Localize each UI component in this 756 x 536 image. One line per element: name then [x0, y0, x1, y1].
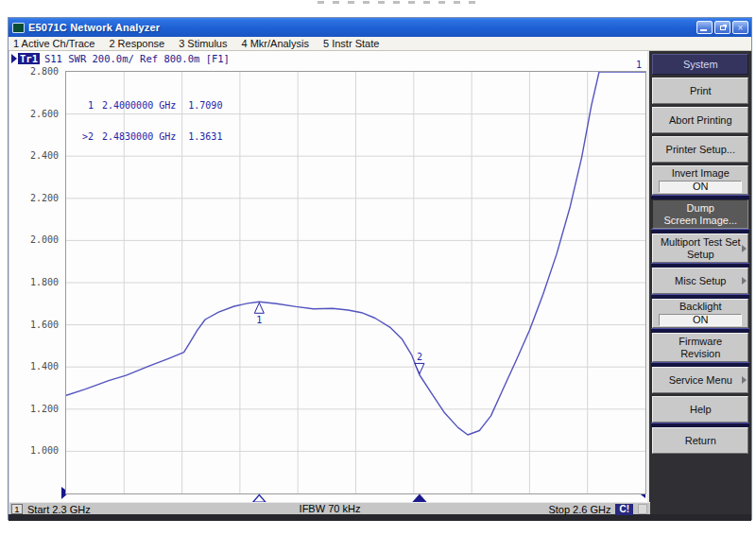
svg-text:1: 1 — [256, 315, 262, 325]
trace-descriptor: S11 SWR 200.0m/ Ref 800.0m [F1] — [44, 53, 230, 64]
menu-item-3[interactable]: 3 Stimulus — [179, 38, 227, 49]
status-end-chip — [638, 504, 647, 514]
cal-status-badge: C! — [615, 504, 633, 515]
app-icon — [12, 23, 25, 33]
trace-number-label: 1 — [636, 60, 642, 70]
softkey-misc-setup[interactable]: Misc Setup — [652, 268, 748, 294]
softkey-sidebar: System PrintAbort PrintingPrinter Setup.… — [647, 51, 751, 514]
y-axis-label: 1.200 — [30, 404, 59, 414]
cropped-text-artifact — [318, 1, 480, 4]
softkey-backlight[interactable]: BacklightON — [652, 299, 748, 328]
y-axis-labels: 2.8002.6002.4002.2002.0001.8001.6001.400… — [9, 51, 61, 514]
softkey-return[interactable]: Return — [652, 427, 748, 454]
submenu-arrow-icon — [742, 245, 747, 252]
y-axis-label: 1.600 — [30, 320, 59, 330]
window-title: E5071C Network Analyzer — [28, 22, 696, 33]
y-axis-label: 1.000 — [30, 445, 59, 456]
y-axis-label: 1.400 — [30, 361, 59, 372]
y-axis-label: 2.200 — [30, 193, 59, 203]
instrument-screen: Tr1 S11 SWR 200.0m/ Ref 800.0m [F1] 2.80… — [9, 51, 647, 514]
y-axis-label: 1.800 — [30, 277, 59, 287]
close-button[interactable]: × — [732, 21, 748, 34]
softkey-print[interactable]: Print — [652, 78, 748, 104]
softkey-service-menu[interactable]: Service Menu — [652, 367, 748, 393]
menu-item-2[interactable]: 2 Response — [109, 38, 164, 49]
restore-button[interactable] — [714, 21, 730, 34]
window-controls: × — [696, 21, 748, 34]
app-window: E5071C Network Analyzer × 1 Active Ch/Tr… — [8, 17, 752, 520]
softkey-firmware-revision[interactable]: FirmwareRevision — [652, 333, 748, 362]
softkey-gap — [652, 454, 748, 457]
minimize-button[interactable] — [696, 21, 713, 34]
submenu-arrow-icon — [742, 277, 747, 285]
toggle-state: ON — [659, 181, 742, 193]
bottom-edge-band — [9, 514, 751, 521]
marker-readout-row: 12.4000000 GHz1.7090 — [78, 100, 222, 111]
title-bar: E5071C Network Analyzer × — [9, 18, 751, 37]
marker-readout-row: >22.4830000 GHz1.3631 — [78, 131, 222, 142]
y-axis-label: 2.800 — [30, 66, 59, 77]
status-right: Stop 2.6 GHz C! — [548, 503, 647, 515]
softkey-multiport-test-set-setup[interactable]: Multiport Test SetSetup — [652, 233, 748, 263]
menu-bar: 1 Active Ch/Trace2 Response3 Stimulus4 M… — [9, 37, 751, 51]
softkey-dump-screen-image[interactable]: DumpScreen Image... — [652, 199, 748, 229]
softkey-invert-image[interactable]: Invert ImageON — [652, 165, 748, 195]
y-axis-label: 2.600 — [30, 109, 59, 119]
softkey-printer-setup[interactable]: Printer Setup... — [652, 136, 748, 163]
marker-readout: 12.4000000 GHz1.7090 >22.4830000 GHz1.36… — [78, 79, 222, 163]
menu-item-5[interactable]: 5 Instr State — [323, 38, 379, 49]
submenu-arrow-icon — [742, 376, 747, 384]
stop-frequency-label: Stop 2.6 GHz — [548, 504, 610, 515]
softkey-help[interactable]: Help — [652, 396, 748, 423]
page: E5071C Network Analyzer × 1 Active Ch/Tr… — [0, 0, 756, 536]
menu-item-4[interactable]: 4 Mkr/Analysis — [241, 38, 309, 49]
y-axis-label: 2.000 — [30, 234, 59, 245]
toggle-state: ON — [659, 314, 742, 326]
softkey-list: PrintAbort PrintingPrinter Setup...Inver… — [652, 78, 748, 457]
menu-item-1[interactable]: 1 Active Ch/Trace — [13, 38, 94, 49]
status-bar: 1 Start 2.3 GHz IFBW 70 kHz Stop 2.6 GHz… — [9, 502, 650, 514]
svg-text:2: 2 — [417, 352, 422, 362]
softkey-abort-printing[interactable]: Abort Printing — [652, 107, 748, 133]
softkey-menu-title: System — [652, 54, 748, 75]
y-axis-label: 2.400 — [30, 150, 59, 161]
